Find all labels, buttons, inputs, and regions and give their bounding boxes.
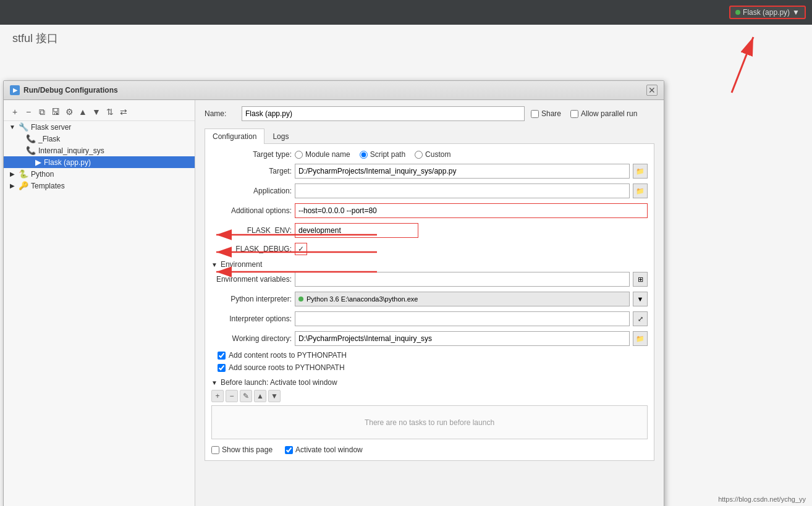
dialog-close-button[interactable]: ✕ <box>646 85 658 96</box>
share-checkbox-label[interactable]: Share <box>531 109 561 118</box>
script-path-text: Script path <box>370 150 405 159</box>
add-config-button[interactable]: + <box>9 106 21 118</box>
content-roots-label: Add content roots to PYTHONPATH <box>229 351 347 360</box>
source-roots-label: Add source roots to PYTHONPATH <box>229 363 345 372</box>
before-launch-section: ▼ Before launch: Activate tool window + … <box>211 378 648 439</box>
flask-debug-checkbox[interactable] <box>295 243 307 255</box>
tree-item-flask-server[interactable]: ▼ 🔧 Flask server <box>4 121 195 133</box>
allow-parallel-checkbox-label[interactable]: Allow parallel run <box>570 109 637 118</box>
name-row: Name: Share Allow parallel run <box>205 106 654 121</box>
environment-expand-icon[interactable]: ▼ <box>211 261 218 268</box>
before-launch-expand-icon[interactable]: ▼ <box>211 379 218 386</box>
flask-env-label: FLASK_ENV: <box>211 226 292 235</box>
apppy-icon: ▶ <box>35 158 41 167</box>
green-status-dot <box>735 10 740 15</box>
additional-options-label: Additional options: <box>211 206 292 215</box>
name-input[interactable] <box>242 106 525 121</box>
target-input[interactable] <box>295 164 630 179</box>
move-up-button[interactable]: ▲ <box>77 106 89 118</box>
python-interpreter-field: Python 3.6 E:\anaconda3\python.exe ▼ <box>295 292 648 306</box>
flask-env-row: FLASK_ENV: <box>211 223 648 238</box>
env-vars-browse-button[interactable]: ⊞ <box>633 272 648 287</box>
python-interpreter-row: Python interpreter: Python 3.6 E:\anacon… <box>211 292 648 306</box>
script-path-radio-label[interactable]: Script path <box>360 150 405 159</box>
application-browse-button[interactable]: 📁 <box>633 183 648 198</box>
custom-radio[interactable] <box>415 151 423 159</box>
additional-options-field <box>295 203 648 218</box>
show-page-checkbox-label[interactable]: Show this page <box>211 445 273 454</box>
settings-config-button[interactable]: ⚙ <box>63 106 75 118</box>
module-name-radio-label[interactable]: Module name <box>295 150 350 159</box>
flask-env-input[interactable] <box>295 223 418 238</box>
internal-icon: 📞 <box>26 146 36 155</box>
tree-item-flask-apppy[interactable]: ▶ Flask (app.py) <box>4 156 195 168</box>
before-launch-edit-button[interactable]: ✎ <box>240 390 252 402</box>
sort2-button[interactable]: ⇄ <box>117 106 130 118</box>
environment-label: Environment <box>221 260 262 269</box>
env-vars-input[interactable] <box>295 272 630 287</box>
custom-text: Custom <box>425 150 450 159</box>
script-path-radio[interactable] <box>360 151 368 159</box>
before-launch-down-button[interactable]: ▼ <box>268 390 281 402</box>
save-config-button[interactable]: 🖫 <box>49 106 62 118</box>
working-dir-label: Working directory: <box>211 334 292 343</box>
interpreter-options-expand-button[interactable]: ⤢ <box>633 311 648 326</box>
tree-item-python[interactable]: ▶ 🐍 Python <box>4 168 195 180</box>
flask-server-icon: 🔧 <box>19 122 28 132</box>
run-config-label: Flask (app.py) <box>743 8 790 17</box>
before-launch-remove-button[interactable]: − <box>226 390 238 402</box>
interpreter-options-input[interactable] <box>295 311 630 326</box>
expand-templates-icon: ▶ <box>9 182 16 189</box>
interpreter-dropdown-button[interactable]: ▼ <box>633 292 648 306</box>
move-down-button[interactable]: ▼ <box>90 106 103 118</box>
tree-item-internal-inquiry[interactable]: 📞 Internal_inquiry_sys <box>4 145 195 156</box>
activate-window-checkbox[interactable] <box>285 446 293 454</box>
before-launch-header: ▼ Before launch: Activate tool window <box>211 378 648 387</box>
additional-options-input[interactable] <box>295 203 648 218</box>
show-page-checkbox[interactable] <box>211 446 219 454</box>
working-dir-input[interactable] <box>295 331 630 346</box>
show-page-label-text: Show this page <box>222 445 273 454</box>
interpreter-options-label: Interpreter options: <box>211 314 292 323</box>
dialog-title-icon: ▶ <box>10 85 20 95</box>
allow-parallel-checkbox[interactable] <box>570 110 578 118</box>
bottom-checkboxes: Show this page Activate tool window <box>211 445 648 454</box>
tree-item-templates[interactable]: ▶ 🔑 Templates <box>4 180 195 192</box>
env-vars-label: Environment variables: <box>211 275 292 284</box>
before-launch-up-button[interactable]: ▲ <box>254 390 266 402</box>
before-launch-placeholder: There are no tasks to run before launch <box>365 418 494 427</box>
before-launch-add-button[interactable]: + <box>211 390 224 402</box>
module-name-radio[interactable] <box>295 151 303 159</box>
tab-configuration[interactable]: Configuration <box>205 129 264 144</box>
custom-radio-label[interactable]: Custom <box>415 150 450 159</box>
before-launch-content: There are no tasks to run before launch <box>211 405 648 439</box>
dialog-title-text: Run/Debug Configurations <box>23 86 118 95</box>
tree-item-flask[interactable]: 📞 _Flask <box>4 133 195 145</box>
internal-inquiry-label: Internal_inquiry_sys <box>38 146 104 155</box>
target-browse-button[interactable]: 📁 <box>633 164 648 179</box>
python-interpreter-label: Python interpreter: <box>211 295 292 303</box>
share-label-text: Share <box>541 109 561 118</box>
share-row: Share Allow parallel run <box>531 109 654 118</box>
source-roots-checkbox[interactable] <box>218 364 226 372</box>
remove-config-button[interactable]: − <box>22 106 35 118</box>
share-checkbox[interactable] <box>531 110 539 118</box>
application-input[interactable] <box>295 183 630 198</box>
content-roots-checkbox[interactable] <box>218 352 226 360</box>
python-interpreter-select[interactable]: Python 3.6 E:\anaconda3\python.exe <box>295 292 630 306</box>
interpreter-status-dot <box>298 297 303 301</box>
working-dir-row: Working directory: 📁 <box>211 331 648 346</box>
run-config-dropdown[interactable]: Flask (app.py) ▼ <box>729 6 806 19</box>
target-label: Target: <box>211 167 292 175</box>
sort-button[interactable]: ⇅ <box>104 106 116 118</box>
target-row: Target: 📁 <box>211 164 648 179</box>
templates-icon: 🔑 <box>19 181 28 190</box>
tab-logs[interactable]: Logs <box>264 129 297 144</box>
activate-window-checkbox-label[interactable]: Activate tool window <box>285 445 363 454</box>
dropdown-arrow-icon: ▼ <box>792 8 800 17</box>
copy-config-button[interactable]: ⧉ <box>36 106 48 118</box>
working-dir-browse-button[interactable]: 📁 <box>633 331 648 346</box>
ide-topbar: Flask (app.py) ▼ <box>0 0 812 25</box>
source-roots-row: Add source roots to PYTHONPATH <box>211 363 648 372</box>
flask-server-label: Flask server <box>31 123 71 132</box>
